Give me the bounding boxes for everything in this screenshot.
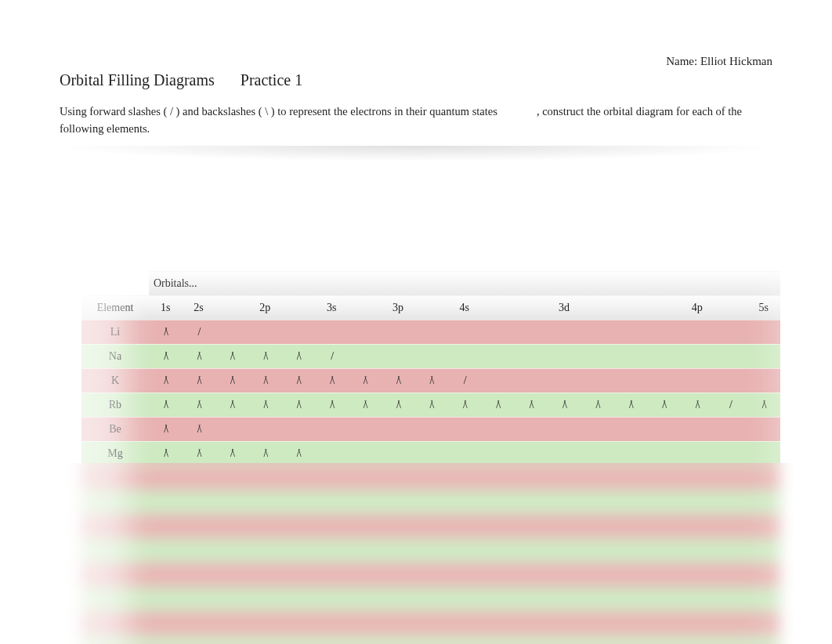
orbital-cell	[548, 490, 581, 514]
orbital-cell	[481, 587, 514, 611]
orbital-cell	[747, 490, 780, 514]
orbital-cell	[382, 344, 414, 368]
orbital-cell	[282, 514, 315, 538]
orbital-cell	[414, 611, 447, 635]
orbital-cell: /\	[348, 393, 381, 417]
orbital-cell	[248, 417, 281, 441]
orbital-cell: /\	[248, 344, 281, 368]
name-label: Name:	[666, 55, 697, 67]
orbital-cell	[514, 563, 547, 587]
orbital-cell	[514, 320, 547, 344]
orbital-cell: /\	[382, 393, 414, 417]
orbital-cell	[414, 635, 447, 645]
orbitals-header-row: Orbitals...	[81, 271, 780, 295]
orbital-cell	[315, 563, 348, 587]
orbital-cell: /\	[348, 368, 381, 393]
orbital-cell	[714, 368, 747, 393]
orbital-cell	[614, 320, 647, 344]
orbital-cell: /\	[414, 368, 447, 393]
orbital-cell	[315, 465, 348, 490]
column-element: Element	[81, 295, 149, 320]
element-cell: Li	[81, 320, 149, 344]
orbital-cell	[514, 490, 547, 514]
orbital-cell	[149, 514, 182, 538]
orbital-cell	[614, 344, 647, 368]
element-cell	[81, 611, 149, 635]
orbital-cell	[514, 368, 547, 393]
orbital-cell	[481, 611, 514, 635]
orbital-cell	[714, 417, 747, 441]
orbital-cell	[747, 320, 780, 344]
orbital-cell	[414, 465, 447, 490]
orbital-cell	[614, 538, 647, 563]
orbital-cell	[614, 417, 647, 441]
orbital-cell	[680, 441, 713, 465]
orbital-cell	[747, 587, 780, 611]
orbital-cell	[614, 563, 647, 587]
orbital-cell	[414, 320, 447, 344]
orbital-cell	[481, 635, 514, 645]
orbital-cell	[548, 611, 581, 635]
element-cell: K	[81, 368, 149, 393]
orbital-cell	[514, 441, 547, 465]
orbital-cell: /	[448, 368, 481, 393]
orbital-cell	[647, 490, 680, 514]
orbital-cell: /\	[149, 320, 182, 344]
orbital-cell	[182, 611, 215, 635]
orbital-cell: /\	[282, 393, 315, 417]
orbital-cell	[215, 563, 248, 587]
orbital-cell	[149, 611, 182, 635]
orbital-cell	[215, 538, 248, 563]
orbital-cell	[614, 611, 647, 635]
orbital-cell: /\	[248, 441, 281, 465]
orbital-cell	[248, 587, 281, 611]
orbital-cell	[348, 344, 381, 368]
orbital-cell	[215, 465, 248, 490]
orbital-cell	[248, 611, 281, 635]
orbital-cell	[448, 320, 481, 344]
orbital-cell	[481, 563, 514, 587]
orbital-cell	[548, 514, 581, 538]
table-row	[81, 514, 780, 538]
orbital-cell: /	[182, 320, 215, 344]
orbital-cell	[680, 490, 713, 514]
worksheet-page: Name: Elliot Hickman Orbital Filling Dia…	[0, 0, 832, 644]
orbital-cell	[282, 490, 315, 514]
orbital-cell	[548, 563, 581, 587]
orbital-cell	[315, 417, 348, 441]
element-cell	[81, 465, 149, 490]
orbital-cell: /\	[680, 393, 713, 417]
orbital-cell	[448, 587, 481, 611]
orbital-table: Orbitals...Element1s2s2p3s3p4s3d4p5sLi/\…	[81, 271, 780, 645]
orbital-cell	[714, 514, 747, 538]
orbital-cell	[448, 490, 481, 514]
orbital-cell	[714, 587, 747, 611]
orbital-cell	[614, 635, 647, 645]
orbital-cell	[414, 344, 447, 368]
orbital-cell	[481, 344, 514, 368]
orbital-cell	[548, 587, 581, 611]
orbital-cell: /\	[448, 393, 481, 417]
orbital-cell	[581, 320, 613, 344]
orbital-cell: /\	[315, 393, 348, 417]
orbital-cell	[747, 563, 780, 587]
orbital-cell	[348, 538, 381, 563]
worksheet-title: Orbital Filling Diagrams	[60, 71, 215, 89]
table-row: Na/\/\/\/\/\/	[81, 344, 780, 368]
orbital-cell	[514, 514, 547, 538]
orbital-cell	[514, 344, 547, 368]
orbital-cell	[614, 587, 647, 611]
orbital-cell	[282, 563, 315, 587]
orbital-table-wrap: Orbitals...Element1s2s2p3s3p4s3d4p5sLi/\…	[81, 271, 780, 645]
orbital-cell: /\	[514, 393, 547, 417]
orbital-cell	[481, 514, 514, 538]
orbital-cell	[215, 587, 248, 611]
orbital-cell	[548, 538, 581, 563]
table-row	[81, 538, 780, 563]
orbital-cell	[215, 320, 248, 344]
orbital-cell	[581, 490, 613, 514]
orbital-cell	[448, 635, 481, 645]
orbital-cell	[680, 635, 713, 645]
orbital-cell	[581, 635, 613, 645]
orbital-cell	[747, 514, 780, 538]
